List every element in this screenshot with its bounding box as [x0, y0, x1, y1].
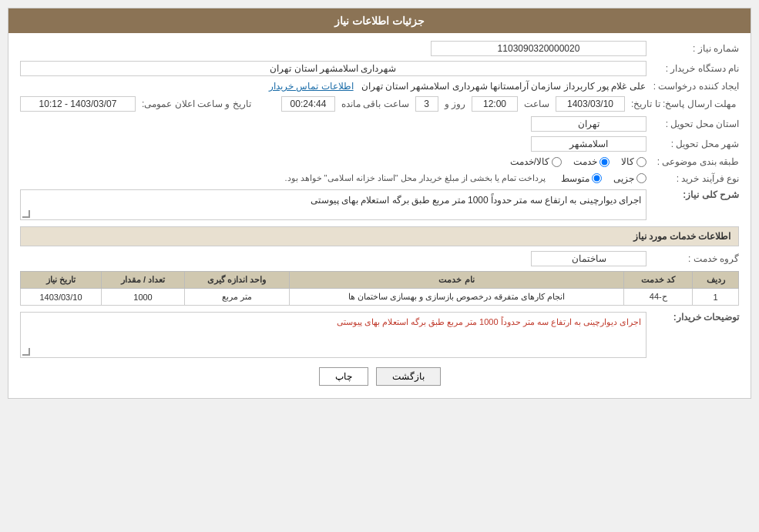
notice-text: پرداخت تمام یا بخشی از مبلغ خریدار محل "…: [20, 172, 546, 185]
baqi-mande-value: 00:24:44: [281, 96, 335, 112]
radio-khadamat-item: خدمت: [573, 156, 610, 167]
nam-dastgah-row: نام دستگاه خریدار : شهرداری اسلامشهر است…: [20, 61, 739, 76]
page-container: جزئیات اطلاعات نیاز شماره نیاز : 1103090…: [0, 0, 759, 407]
sharh-niaz-value: اجرای دیوارچینی به ارتفاع سه متر حدوداً …: [311, 195, 641, 206]
radio-kala-khadamat-label: کالا/خدمت: [510, 156, 549, 167]
tozihat-row: توضیحات خریدار: اجرای دیوارچینی به ارتفا…: [20, 312, 739, 358]
tozihat-resize-handle: [22, 348, 30, 356]
saat-value: 12:00: [472, 96, 518, 112]
col-vahed: واحد اندازه گیری: [185, 272, 290, 289]
tozihat-value: اجرای دیوارچینی به ارتفاع سه متر حدوداً …: [337, 317, 641, 326]
card-body: شماره نیاز : 1103090320000020 نام دستگاه…: [8, 33, 751, 398]
farayand-radio-group: جزیی متوسط: [561, 173, 646, 184]
grooh-khadamat-value: ساختمان: [531, 251, 646, 266]
tozihat-label: توضیحات خریدار:: [646, 312, 739, 323]
shahr-tahvil-label: شهر محل تحویل :: [646, 139, 739, 149]
shomara-niaz-label: شماره نیاز :: [646, 43, 739, 54]
nam-dastgah-value: شهرداری اسلامشهر استان تهران: [20, 61, 646, 76]
ostan-tahvil-value: تهران: [531, 116, 646, 132]
tabaghe-radio-group: کالا خدمت کالا/خدمت: [510, 156, 646, 167]
radio-kala[interactable]: [636, 157, 646, 167]
cell-kod: ح-44: [624, 289, 693, 306]
shahr-tahvil-value: اسلامشهر: [531, 136, 646, 152]
radio-jozvi[interactable]: [636, 173, 646, 183]
cell-vahed: متر مربع: [185, 289, 290, 306]
buttons-row: بازگشت چاپ: [20, 367, 739, 386]
saat-label: ساعت: [521, 99, 552, 109]
naveh-farayand-row: نوع فرآیند خرید : جزیی متوسط پرداخت تمام…: [20, 172, 739, 185]
services-section-title: اطلاعات خدمات مورد نیاز: [20, 226, 739, 246]
sharh-niaz-label: شرح کلی نیاز:: [646, 189, 739, 200]
cell-tarikh: 1403/03/10: [21, 289, 102, 306]
roz-label: روز و: [442, 99, 468, 109]
ijad-konande-text: علی غلام پور کاربرداز سازمان آرامستانها …: [361, 81, 646, 92]
tabaghe-row: طبقه بندی موضوعی : کالا خدمت کالا/خدمت: [20, 156, 739, 167]
radio-kala-khadamat-item: کالا/خدمت: [510, 156, 562, 167]
radio-motevaset-label: متوسط: [561, 173, 589, 184]
radio-kala-item: کالا: [621, 156, 646, 167]
page-title: جزئیات اطلاعات نیاز: [334, 15, 425, 27]
col-radif: ردیف: [693, 272, 739, 289]
cell-tedad: 1000: [102, 289, 185, 306]
shomara-niaz-row: شماره نیاز : 1103090320000020: [20, 41, 739, 56]
tarikh-elan-value: 1403/03/07 - 10:12: [20, 96, 136, 112]
radio-kala-khadamat[interactable]: [552, 157, 562, 167]
tabaghe-label: طبقه بندی موضوعی :: [646, 156, 739, 167]
ijad-konande-label: ایجاد کننده درخواست :: [646, 81, 739, 92]
ostan-tahvil-row: استان محل تحویل : تهران: [20, 116, 739, 132]
radio-jozvi-item: جزیی: [613, 173, 646, 184]
radio-khadamat[interactable]: [599, 157, 610, 167]
nam-dastgah-label: نام دستگاه خریدار :: [646, 63, 739, 74]
grooh-khadamat-row: گروه خدمت : ساختمان: [20, 251, 739, 266]
date-main-value: 1403/03/10: [556, 96, 625, 112]
shahr-tahvil-row: شهر محل تحویل : اسلامشهر: [20, 136, 739, 152]
baqi-mande-label: ساعت باقی مانده: [338, 99, 412, 109]
radio-motevaset-item: متوسط: [561, 173, 602, 184]
roz-value: 3: [415, 96, 438, 112]
radio-khadamat-label: خدمت: [573, 156, 597, 167]
cell-nam: انجام کارهای متفرقه درخصوص بازسازی و بهس…: [289, 289, 624, 306]
ostan-tahvil-label: استان محل تحویل :: [646, 119, 739, 129]
back-button[interactable]: بازگشت: [376, 367, 441, 386]
mohlet-ersal-row: مهلت ارسال پاسخ: تا تاریخ: 1403/03/10 سا…: [20, 96, 739, 112]
tozihat-box: اجرای دیوارچینی به ارتفاع سه متر حدوداً …: [20, 312, 646, 358]
col-tarikh: تاریخ نیاز: [21, 272, 102, 289]
radio-kala-label: کالا: [621, 156, 634, 167]
shomara-niaz-value: 1103090320000020: [431, 41, 646, 56]
cell-radif: 1: [693, 289, 739, 306]
table-header-row: ردیف کد خدمت نام خدمت واحد اندازه گیری ت…: [21, 272, 739, 289]
ijad-konande-row: ایجاد کننده درخواست : علی غلام پور کاربر…: [20, 81, 739, 92]
sharh-niaz-row: شرح کلی نیاز: اجرای دیوارچینی به ارتفاع …: [20, 189, 739, 220]
ijad-konande-value: علی غلام پور کاربرداز سازمان آرامستانها …: [20, 81, 646, 92]
services-table: ردیف کد خدمت نام خدمت واحد اندازه گیری ت…: [20, 271, 739, 306]
grooh-khadamat-label: گروه خدمت :: [646, 253, 739, 264]
print-button[interactable]: چاپ: [319, 367, 368, 386]
ijad-konande-link[interactable]: اطلاعات تماس خریدار: [269, 81, 354, 92]
col-kod: کد خدمت: [624, 272, 693, 289]
mohlet-ersal-label: مهلت ارسال پاسخ: تا تاریخ:: [628, 99, 739, 109]
sharh-niaz-box: اجرای دیوارچینی به ارتفاع سه متر حدوداً …: [20, 189, 646, 220]
col-tedad: تعداد / مقدار: [102, 272, 185, 289]
naveh-farayand-label: نوع فرآیند خرید :: [646, 173, 739, 184]
radio-jozvi-label: جزیی: [613, 173, 634, 184]
table-row: 1 ح-44 انجام کارهای متفرقه درخصوص بازساز…: [21, 289, 739, 306]
resize-handle: [22, 210, 30, 218]
tarikh-elan-label: تاریخ و ساعت اعلان عمومی:: [139, 99, 254, 109]
radio-motevaset[interactable]: [592, 173, 602, 183]
col-nam: نام خدمت: [289, 272, 624, 289]
main-card: جزئیات اطلاعات نیاز شماره نیاز : 1103090…: [8, 8, 751, 399]
card-header: جزئیات اطلاعات نیاز: [8, 8, 751, 33]
